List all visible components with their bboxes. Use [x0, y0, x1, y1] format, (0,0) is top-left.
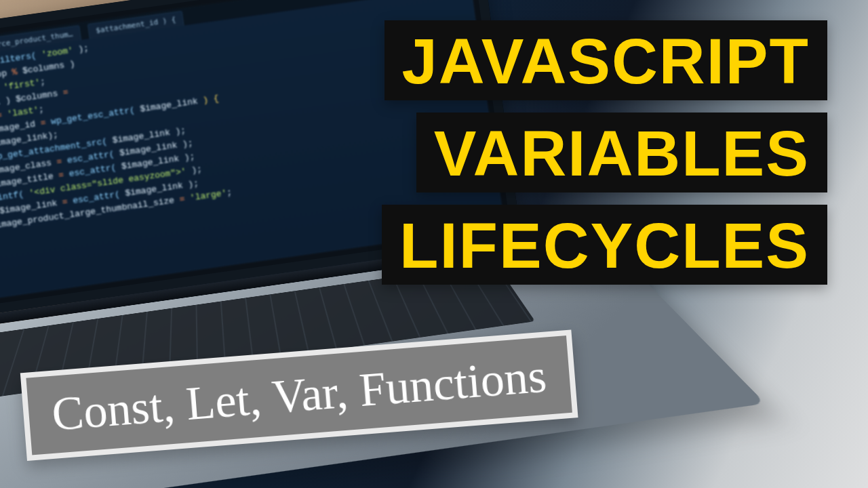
title-line-2: VARIABLES — [416, 113, 827, 192]
thumbnail-stage: woocommerce_product_thum… $attachment_id… — [0, 0, 868, 488]
title-stack: JAVASCRIPT VARIABLES LIFECYCLES — [312, 20, 827, 285]
title-line-3: LIFECYCLES — [382, 205, 827, 285]
title-line-1: JAVASCRIPT — [384, 20, 828, 100]
